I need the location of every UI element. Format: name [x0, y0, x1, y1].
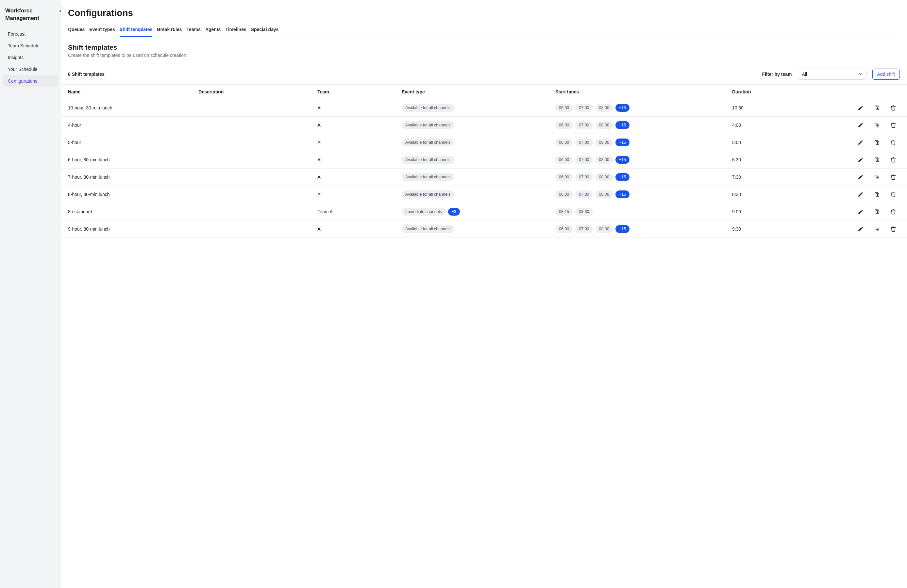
trash-icon — [890, 122, 896, 128]
edit-button[interactable] — [857, 104, 864, 111]
cell-name: 8-hour, 30-min lunch — [68, 192, 195, 197]
sidebar-item-your-schedule[interactable]: Your Schedule — [3, 63, 58, 75]
cell-duration: 4:00 — [732, 123, 825, 128]
duplicate-button[interactable] — [874, 122, 880, 128]
cell-duration: 10:30 — [732, 105, 825, 110]
toolbar: 8 Shift templates Filter by team All Add… — [61, 64, 907, 85]
start-time-extra-chip[interactable]: +15 — [615, 225, 630, 233]
delete-button[interactable] — [890, 191, 897, 198]
trash-icon — [890, 157, 896, 163]
cell-start-times: 06:0007:0008:00+15 — [555, 173, 729, 181]
table-row: 8h standardTeam AImmediate channels+308:… — [61, 203, 907, 220]
tab-teams[interactable]: Teams — [187, 24, 201, 37]
collapse-sidebar-button[interactable] — [57, 7, 65, 15]
cell-actions — [828, 157, 900, 163]
cell-start-times: 06:0007:0008:00+15 — [555, 139, 729, 146]
start-time-extra-chip[interactable]: +15 — [615, 139, 630, 146]
start-time-extra-chip[interactable]: +15 — [615, 190, 630, 198]
add-shift-button[interactable]: Add shift — [872, 69, 900, 80]
copy-plus-icon — [874, 226, 880, 232]
copy-plus-icon — [874, 122, 880, 128]
trash-icon — [890, 226, 896, 232]
cell-team: Team A — [317, 209, 398, 214]
pencil-icon — [857, 157, 864, 163]
event-type-extra-chip[interactable]: +3 — [448, 208, 460, 216]
start-time-chip: 07:00 — [575, 139, 593, 146]
copy-plus-icon — [874, 209, 880, 215]
cell-name: 7-hour, 30-min lunch — [68, 174, 195, 180]
cell-duration: 8:30 — [732, 192, 825, 197]
cell-event-type: Available for all channels — [402, 190, 552, 198]
start-time-chip: 07:00 — [575, 190, 593, 198]
event-type-chip: Available for all channels — [402, 173, 454, 181]
cell-name: 9-hour, 30-min lunch — [68, 226, 195, 232]
duplicate-button[interactable] — [874, 174, 880, 180]
edit-button[interactable] — [857, 122, 864, 128]
start-time-chip: 07:00 — [575, 225, 593, 233]
trash-icon — [890, 209, 896, 215]
delete-button[interactable] — [890, 122, 897, 128]
edit-button[interactable] — [857, 174, 864, 180]
edit-button[interactable] — [857, 191, 864, 198]
sidebar-item-configurations[interactable]: Configurations — [3, 75, 58, 87]
pencil-icon — [857, 122, 864, 128]
cell-event-type: Available for all channels — [402, 156, 552, 164]
duplicate-button[interactable] — [874, 191, 880, 198]
tab-timelines[interactable]: Timelines — [225, 24, 246, 37]
cell-actions — [828, 174, 900, 180]
tabs: QueuesEvent typesShift templatesBreak ru… — [68, 24, 900, 37]
duplicate-button[interactable] — [874, 104, 880, 111]
tab-event-types[interactable]: Event types — [89, 24, 115, 37]
cell-team: All — [317, 123, 398, 128]
start-time-extra-chip[interactable]: +15 — [615, 156, 630, 164]
edit-button[interactable] — [857, 139, 864, 146]
delete-button[interactable] — [890, 208, 897, 215]
duplicate-button[interactable] — [874, 226, 880, 232]
start-time-chip: 06:00 — [555, 121, 573, 129]
edit-button[interactable] — [857, 226, 864, 232]
sidebar-nav: ForecastTeam ScheduleInsightsYour Schedu… — [0, 28, 61, 87]
delete-button[interactable] — [890, 226, 897, 232]
start-time-extra-chip[interactable]: +15 — [615, 104, 630, 112]
chevron-down-icon — [858, 72, 863, 77]
table-row: 4-hourAllAvailable for all channels06:00… — [61, 117, 907, 134]
pencil-icon — [857, 105, 864, 111]
start-time-chip: 08:00 — [596, 121, 613, 129]
start-time-chip: 08:00 — [596, 173, 613, 181]
start-time-extra-chip[interactable]: +15 — [615, 121, 630, 129]
delete-button[interactable] — [890, 174, 897, 180]
tab-agents[interactable]: Agents — [205, 24, 221, 37]
start-time-chip: 08:00 — [596, 156, 613, 164]
tab-break-rules[interactable]: Break rules — [157, 24, 182, 37]
sidebar: Workforce Management ForecastTeam Schedu… — [0, 0, 61, 588]
filter-team-select[interactable]: All — [798, 69, 867, 80]
trash-icon — [890, 105, 896, 111]
start-time-chip: 07:00 — [575, 104, 593, 112]
delete-button[interactable] — [890, 104, 897, 111]
start-time-extra-chip[interactable]: +15 — [615, 173, 630, 181]
app-title: Workforce Management — [0, 6, 61, 28]
cell-start-times: 06:0007:0008:00+15 — [555, 225, 729, 233]
edit-button[interactable] — [857, 208, 864, 215]
cell-name: 8h standard — [68, 209, 195, 214]
start-time-chip: 06:00 — [555, 225, 573, 233]
page-header: Configurations QueuesEvent typesShift te… — [61, 0, 907, 37]
sidebar-item-insights[interactable]: Insights — [3, 52, 58, 63]
duplicate-button[interactable] — [874, 208, 880, 215]
tab-special-days[interactable]: Special days — [251, 24, 279, 37]
duplicate-button[interactable] — [874, 157, 880, 163]
start-time-chip: 06:00 — [555, 190, 573, 198]
pencil-icon — [857, 174, 864, 180]
sidebar-item-team-schedule[interactable]: Team Schedule — [3, 40, 58, 52]
tab-shift-templates[interactable]: Shift templates — [120, 24, 152, 37]
sidebar-item-forecast[interactable]: Forecast — [3, 28, 58, 40]
cell-team: All — [317, 226, 398, 232]
edit-button[interactable] — [857, 157, 864, 163]
delete-button[interactable] — [890, 157, 897, 163]
main: Configurations QueuesEvent typesShift te… — [61, 0, 907, 588]
duplicate-button[interactable] — [874, 139, 880, 146]
cell-event-type: Available for all channels — [402, 104, 552, 112]
tab-queues[interactable]: Queues — [68, 24, 85, 37]
pencil-icon — [857, 209, 864, 215]
delete-button[interactable] — [890, 139, 897, 146]
